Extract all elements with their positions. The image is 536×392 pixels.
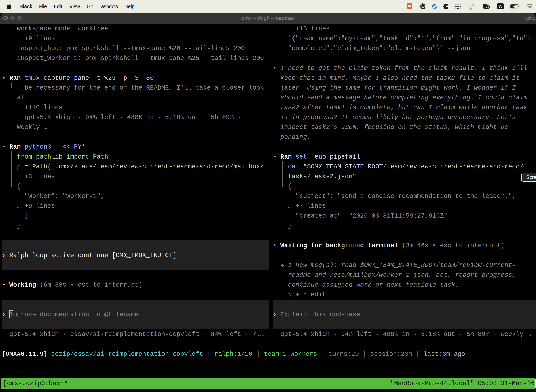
svg-text:1: 1 (532, 16, 535, 21)
svg-text:..61: ..61 (485, 6, 489, 9)
